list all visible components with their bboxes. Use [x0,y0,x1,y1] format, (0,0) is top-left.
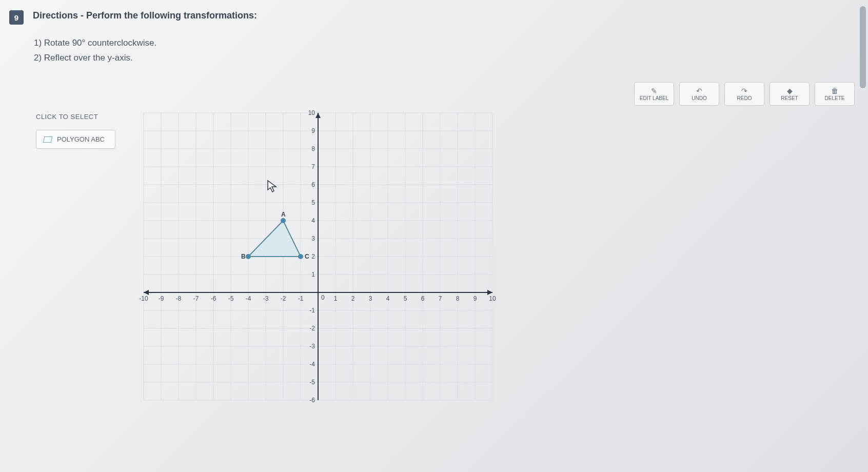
svg-text:9: 9 [474,295,477,302]
click-to-select-label: CLICK TO SELECT [36,113,115,121]
trash-icon: 🗑 [831,87,838,94]
delete-button[interactable]: 🗑 DELETE [815,82,855,106]
svg-marker-40 [487,290,492,295]
graph-toolbar: ✎ EDIT LABEL ↶ UNDO ↷ REDO ◆ RESET 🗑 DEL… [634,82,855,106]
svg-text:9: 9 [311,127,315,134]
svg-text:-3: -3 [263,295,269,302]
pencil-icon: ✎ [651,87,657,94]
svg-text:2: 2 [311,253,315,260]
polygon-abc-button[interactable]: POLYGON ABC [36,130,115,149]
redo-icon: ↷ [741,87,747,94]
question-number: 9 [9,10,24,25]
svg-text:-4: -4 [246,295,251,302]
svg-text:8: 8 [311,145,315,152]
svg-text:6: 6 [311,181,315,188]
svg-text:8: 8 [456,295,460,302]
polygon-icon [43,136,53,143]
transformation-steps: 1) Rotate 90° counterclockwise. 2) Refle… [34,36,868,66]
svg-text:4: 4 [386,295,390,302]
svg-text:-6: -6 [211,295,216,302]
coordinate-graph[interactable]: -10-9-8-7-6-5-4-3-2-1012345678910-6-5-4-… [133,108,503,405]
svg-text:5: 5 [311,199,315,206]
svg-text:-1: -1 [309,307,315,314]
svg-text:6: 6 [421,295,425,302]
svg-text:1: 1 [311,271,315,278]
redo-button[interactable]: ↷ REDO [724,82,764,106]
undo-icon: ↶ [696,87,702,94]
svg-text:-9: -9 [159,295,164,302]
svg-text:-3: -3 [309,343,315,350]
vertex-label-c: C [305,253,309,260]
reset-button[interactable]: ◆ RESET [770,82,810,106]
svg-text:-2: -2 [309,325,315,332]
vertex-c[interactable] [298,254,303,259]
svg-text:7: 7 [439,295,442,302]
svg-text:4: 4 [311,217,315,224]
svg-marker-41 [144,290,149,295]
svg-text:3: 3 [369,295,372,302]
svg-text:2: 2 [351,295,355,302]
svg-text:10: 10 [489,295,496,302]
vertical-scrollbar[interactable] [860,6,866,88]
svg-text:-2: -2 [281,295,286,302]
svg-text:-6: -6 [309,397,315,404]
svg-text:1: 1 [334,295,338,302]
svg-text:-7: -7 [193,295,199,302]
svg-text:-1: -1 [298,295,304,302]
svg-text:5: 5 [404,295,407,302]
step-2: 2) Reflect over the y-axis. [34,51,868,66]
cursor-icon [267,180,278,193]
undo-button[interactable]: ↶ UNDO [679,82,719,106]
svg-text:10: 10 [308,109,315,116]
svg-text:7: 7 [311,163,315,170]
vertex-label-a: A [281,211,286,218]
svg-text:-4: -4 [309,361,315,368]
reset-icon: ◆ [787,87,793,94]
vertex-a[interactable] [281,218,286,223]
svg-text:-5: -5 [309,379,315,386]
svg-text:3: 3 [311,235,315,242]
svg-text:-5: -5 [228,295,234,302]
svg-text:-10: -10 [139,295,148,302]
vertex-label-b: B [241,253,246,260]
directions-text: Directions - Perform the following trans… [33,10,257,21]
svg-text:0: 0 [321,294,325,301]
vertex-b[interactable] [246,254,251,259]
step-1: 1) Rotate 90° counterclockwise. [34,36,868,51]
svg-text:-8: -8 [176,295,182,302]
edit-label-button[interactable]: ✎ EDIT LABEL [634,82,674,106]
svg-marker-42 [315,113,321,118]
